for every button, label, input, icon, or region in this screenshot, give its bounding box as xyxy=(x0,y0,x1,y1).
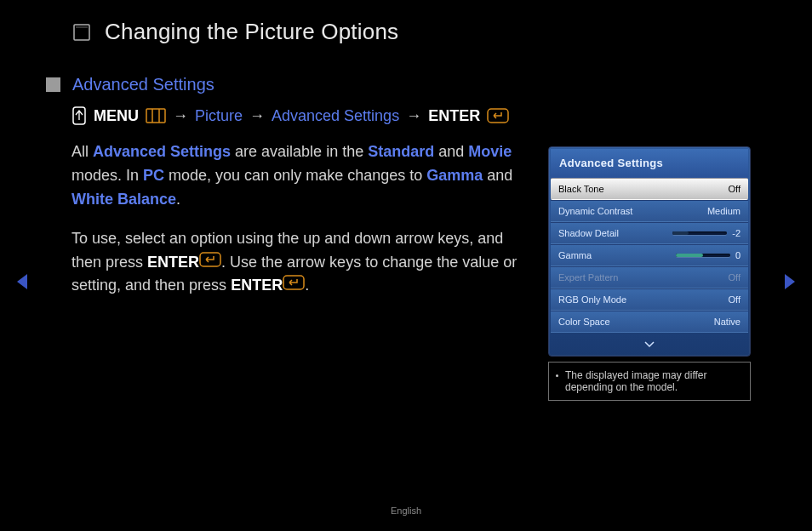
enter-label: ENTER xyxy=(231,277,283,294)
breadcrumb-advanced-settings: Advanced Settings xyxy=(272,107,399,125)
slider[interactable] xyxy=(676,254,730,257)
panel-row-expert-pattern: Expert PatternOff xyxy=(551,266,748,288)
page-title-text: Changing the Picture Options xyxy=(105,19,398,45)
link-gamma: Gamma xyxy=(426,167,483,184)
section-header: Advanced Settings xyxy=(46,75,769,94)
link-white-balance: White Balance xyxy=(71,191,176,208)
row-label: Dynamic Contrast xyxy=(558,206,632,216)
row-value-area: 0 xyxy=(676,250,741,260)
page-title: Changing the Picture Options xyxy=(72,19,398,45)
panel-footer[interactable] xyxy=(551,333,748,354)
row-value: 0 xyxy=(735,250,741,260)
panel-row-rgb-only-mode[interactable]: RGB Only ModeOff xyxy=(551,288,748,311)
panel-row-color-space[interactable]: Color SpaceNative xyxy=(551,311,748,333)
link-pc: PC xyxy=(143,167,164,184)
enter-icon xyxy=(199,252,221,267)
section-title: Advanced Settings xyxy=(72,75,214,94)
note-box: The displayed image may differ depending… xyxy=(548,362,751,401)
chevron-down-icon xyxy=(643,341,655,348)
settings-panel: Advanced Settings Black ToneOffDynamic C… xyxy=(548,146,751,357)
body-text: All Advanced Settings are available in t… xyxy=(71,140,523,298)
paragraph-1: All Advanced Settings are available in t… xyxy=(71,140,523,212)
arrow-icon: → xyxy=(249,107,265,125)
breadcrumb-menu: MENU xyxy=(94,107,139,125)
row-value: Off xyxy=(729,184,741,194)
row-value-area: -2 xyxy=(672,228,741,238)
arrow-icon: → xyxy=(173,107,188,125)
arrow-icon: → xyxy=(406,107,421,125)
panel-row-dynamic-contrast[interactable]: Dynamic ContrastMedium xyxy=(551,200,748,222)
nav-next-button[interactable] xyxy=(781,272,798,294)
note-text: The displayed image may differ depending… xyxy=(565,369,741,393)
link-standard: Standard xyxy=(368,143,434,160)
row-label: Gamma xyxy=(558,250,592,260)
row-label: Black Tone xyxy=(558,184,604,194)
nav-prev-button[interactable] xyxy=(14,272,31,294)
row-value: Medium xyxy=(707,206,741,216)
row-value: -2 xyxy=(732,228,741,238)
enter-icon xyxy=(283,275,305,290)
breadcrumb: MENU → Picture → Advanced Settings → ENT… xyxy=(71,106,769,125)
square-bullet-icon xyxy=(46,77,60,92)
bullet-icon xyxy=(556,374,558,377)
enter-icon xyxy=(487,108,509,123)
panel-row-black-tone[interactable]: Black ToneOff xyxy=(551,178,748,200)
row-value: Native xyxy=(714,317,741,327)
row-label: Shadow Detail xyxy=(558,228,619,238)
panel-row-gamma[interactable]: Gamma0 xyxy=(551,244,748,266)
row-value: Off xyxy=(729,272,741,283)
breadcrumb-picture: Picture xyxy=(195,107,243,125)
language-footer: English xyxy=(0,505,812,516)
book-icon xyxy=(72,23,91,42)
panel-title: Advanced Settings xyxy=(551,149,748,178)
row-label: RGB Only Mode xyxy=(558,294,626,305)
slider[interactable] xyxy=(672,231,727,235)
link-movie: Movie xyxy=(468,143,512,160)
svg-rect-2 xyxy=(146,109,165,123)
row-label: Expert Pattern xyxy=(558,272,618,283)
row-label: Color Space xyxy=(558,317,610,327)
paragraph-2: To use, select an option using the up an… xyxy=(71,227,523,299)
remote-icon xyxy=(71,106,87,125)
panel-rows: Black ToneOffDynamic ContrastMediumShado… xyxy=(551,178,748,333)
panel-row-shadow-detail[interactable]: Shadow Detail-2 xyxy=(551,222,748,244)
enter-label: ENTER xyxy=(147,254,199,271)
breadcrumb-enter: ENTER xyxy=(428,107,480,125)
link-advanced-settings: Advanced Settings xyxy=(93,143,231,160)
row-value: Off xyxy=(729,294,741,305)
menu-icon xyxy=(146,108,166,123)
